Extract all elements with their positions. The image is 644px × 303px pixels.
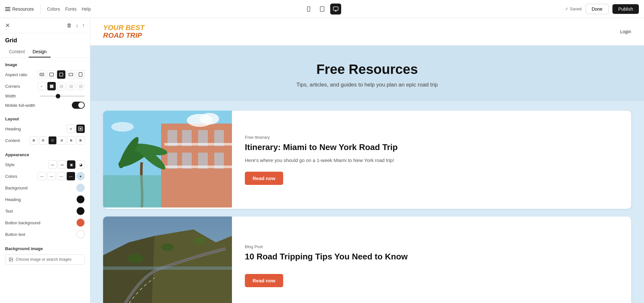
aspect-ratio-btn-4[interactable] xyxy=(67,70,75,79)
nav-help[interactable]: Help xyxy=(82,6,91,12)
layout-btn-6[interactable]: ⊠ xyxy=(76,136,85,145)
topbar-right: ✓ Saved Done Publish xyxy=(341,4,639,14)
svg-point-18 xyxy=(10,258,11,259)
svg-rect-29 xyxy=(164,143,232,146)
width-slider-container xyxy=(40,96,85,97)
delete-button[interactable]: 🗑 xyxy=(67,23,72,28)
corners-btn-2[interactable]: ⬜ xyxy=(47,82,56,90)
desktop-device-btn[interactable] xyxy=(330,4,341,15)
mobile-full-width-toggle[interactable] xyxy=(72,102,85,109)
resources-label: Resources xyxy=(12,6,34,12)
card-2-illustration xyxy=(103,217,232,303)
image-icon xyxy=(9,257,13,262)
aspect-ratio-btn-5[interactable] xyxy=(76,70,85,79)
corners-row: Corners ⌐ ⬜ ⬜ ⬜ ⬜ xyxy=(5,82,85,90)
tab-content[interactable]: Content xyxy=(5,46,29,57)
mobile-device-btn[interactable] xyxy=(303,4,314,15)
color-preset-4[interactable]: — xyxy=(67,172,75,180)
nav-colors[interactable]: Colors xyxy=(47,6,60,12)
style-btn-1[interactable]: — xyxy=(48,160,57,169)
corners-btn-5[interactable]: ⬜ xyxy=(76,82,85,90)
button-text-swatch[interactable] xyxy=(76,230,85,238)
corners-btn-3[interactable]: ⬜ xyxy=(57,82,65,90)
card-2-tag: Blog Post xyxy=(245,244,408,249)
toggle-knob xyxy=(78,102,84,108)
publish-button[interactable]: Publish xyxy=(612,4,639,14)
button-text-row: Button text xyxy=(5,230,85,238)
appearance-section-title: Appearance xyxy=(5,152,85,157)
svg-rect-30 xyxy=(164,166,232,168)
bg-image-input[interactable]: Choose image or search images xyxy=(5,254,85,265)
color-preset-1[interactable]: — xyxy=(38,172,46,180)
style-btn-4[interactable]: ◪ xyxy=(76,160,85,169)
card-1-body: Free Itinerary Itinerary: Miami to New Y… xyxy=(232,111,410,209)
text-color-row: Text xyxy=(5,207,85,215)
aspect-ratio-btn-3[interactable] xyxy=(57,70,65,79)
resources-menu[interactable]: Resources xyxy=(5,6,34,12)
card-1-title: Itinerary: Miami to New York Road Trip xyxy=(245,142,398,152)
nav-fonts[interactable]: Fonts xyxy=(65,6,76,12)
width-label: Width xyxy=(5,94,16,98)
text-color-swatch[interactable] xyxy=(76,207,85,215)
heading-layout-controls: ≡ xyxy=(67,125,85,133)
svg-rect-35 xyxy=(103,175,161,207)
heading-layout-label: Heading xyxy=(5,126,21,131)
card-2-title: 10 Road Tripping Tips You Need to Know xyxy=(245,252,408,262)
logo-line2: ROAD TRIP xyxy=(103,32,144,39)
svg-rect-46 xyxy=(103,267,232,270)
card-2-btn[interactable]: Read now xyxy=(245,274,283,287)
card-1-btn[interactable]: Read now xyxy=(245,172,283,185)
style-btn-2[interactable]: ▭ xyxy=(58,160,66,169)
card-1: Free Itinerary Itinerary: Miami to New Y… xyxy=(103,111,631,209)
sidebar-tabs: Content Design xyxy=(0,46,90,58)
svg-point-43 xyxy=(127,254,143,263)
layout-btn-2[interactable]: ⊟ xyxy=(39,136,47,145)
bg-image-section-title: Background image xyxy=(5,246,85,251)
colors-controls: — — — — ● xyxy=(38,172,85,180)
bg-image-placeholder: Choose image or search images xyxy=(16,257,72,262)
move-down-button[interactable]: ↓ xyxy=(76,23,78,28)
style-label: Style xyxy=(5,162,14,167)
svg-rect-2 xyxy=(320,6,324,11)
color-preset-5[interactable]: ● xyxy=(76,172,85,180)
hero-subtitle: Tips, articles, and guides to help you p… xyxy=(103,82,631,88)
sidebar-actions: 🗑 ↓ ↑ xyxy=(67,23,85,28)
color-preset-3[interactable]: — xyxy=(57,172,65,180)
move-up-button[interactable]: ↑ xyxy=(82,23,85,28)
style-btn-3[interactable]: ▣ xyxy=(67,160,75,169)
tab-design[interactable]: Design xyxy=(29,46,51,57)
device-switcher xyxy=(303,4,341,15)
button-bg-swatch[interactable] xyxy=(76,218,85,227)
style-controls: — ▭ ▣ ◪ xyxy=(48,160,85,169)
done-button[interactable]: Done xyxy=(586,4,609,14)
aspect-ratio-btn-2[interactable] xyxy=(47,70,56,79)
corners-btn-4[interactable]: ⬜ xyxy=(67,82,75,90)
width-slider[interactable] xyxy=(40,96,85,97)
sidebar-close-button[interactable]: ✕ xyxy=(5,22,10,29)
aspect-ratio-btn-1[interactable] xyxy=(38,70,46,79)
section-bg-image: Background image xyxy=(0,242,90,251)
heading-align-right[interactable] xyxy=(76,125,85,133)
layout-section-title: Layout xyxy=(5,116,85,121)
tablet-device-btn[interactable] xyxy=(317,4,328,15)
width-row: Width xyxy=(5,94,85,98)
card-1-illustration xyxy=(103,111,232,207)
topbar-left: Resources Colors Fonts Help xyxy=(5,4,303,14)
layout-btn-4[interactable]: ⊟ xyxy=(58,136,66,145)
layout-btn-3[interactable]: ⊡ xyxy=(48,136,57,145)
cards-section: Free Itinerary Itinerary: Miami to New Y… xyxy=(90,101,644,303)
card-2-image xyxy=(103,217,232,303)
topbar-divider xyxy=(40,4,41,14)
layout-btn-1[interactable]: ⊞ xyxy=(30,136,38,145)
text-color-label: Text xyxy=(5,209,13,214)
heading-color-row: Heading xyxy=(5,195,85,204)
heading-color-swatch[interactable] xyxy=(76,195,85,204)
corners-btn-1[interactable]: ⌐ xyxy=(38,82,46,90)
heading-align-left[interactable]: ≡ xyxy=(67,125,75,133)
card-2: Blog Post 10 Road Tripping Tips You Need… xyxy=(103,217,631,303)
svg-point-44 xyxy=(161,243,174,251)
background-color-swatch[interactable] xyxy=(76,184,85,192)
layout-btn-5[interactable]: ⊞ xyxy=(67,136,75,145)
color-preset-2[interactable]: — xyxy=(47,172,56,180)
login-link[interactable]: Login xyxy=(620,29,631,34)
